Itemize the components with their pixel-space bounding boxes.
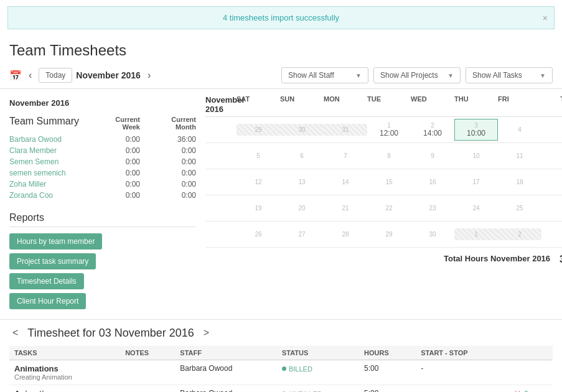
- staff-cell: Barbara Owood: [175, 385, 277, 393]
- cal-day-cell[interactable]: 23: [411, 202, 454, 214]
- cal-day-cell[interactable]: 29: [237, 124, 280, 136]
- cal-day-cell[interactable]: 18: [498, 176, 541, 188]
- cal-day-cell[interactable]: 25: [498, 202, 541, 214]
- th-status: STATUS: [277, 346, 359, 360]
- report-button[interactable]: Hours by team member: [9, 233, 102, 250]
- report-button[interactable]: Project task summary: [9, 253, 96, 269]
- cal-day-cell[interactable]: 30: [280, 124, 324, 136]
- start-stop-cell: -: [416, 360, 508, 385]
- status-cell: UNBILLED: [277, 385, 359, 393]
- report-button[interactable]: Timesheet Details: [9, 273, 84, 289]
- start-stop-cell: -: [416, 385, 508, 393]
- staff-month-val: 0:00: [152, 169, 196, 177]
- cal-day-cell[interactable]: 12: [237, 176, 280, 188]
- next-timesheet-button[interactable]: >: [200, 326, 212, 340]
- toolbar: 📅 ‹ Today November 2016 › Show All Staff…: [0, 62, 562, 89]
- cal-day-cell[interactable]: 11: [498, 150, 541, 162]
- chevron-down-icon: ▼: [447, 72, 454, 79]
- cal-week-total: 0:00: [541, 176, 562, 189]
- cal-day-cell[interactable]: 24: [454, 202, 498, 214]
- success-banner: 4 timesheets import successfully ×: [7, 6, 555, 29]
- cal-day-cell[interactable]: 1: [454, 228, 498, 240]
- status-badge: UNBILLED: [282, 390, 322, 393]
- cal-day-cell[interactable]: 2: [498, 228, 541, 240]
- staff-name[interactable]: Zoranda Coo: [9, 191, 84, 200]
- staff-month-val: 0:00: [152, 180, 196, 189]
- cal-day-cell[interactable]: 8: [367, 150, 411, 162]
- cal-day-cell[interactable]: 31: [324, 124, 367, 136]
- col-mon: MON: [324, 95, 367, 114]
- cal-day-cell[interactable]: 10: [454, 150, 498, 162]
- staff-row: Clara Member 0:00 0:00: [9, 145, 196, 156]
- banner-close[interactable]: ×: [543, 13, 548, 23]
- timesheet-thead: TASKS NOTES STAFF STATUS HOURS START - S…: [9, 346, 553, 360]
- cal-day-cell[interactable]: 214:00: [411, 119, 454, 140]
- cal-day-cell[interactable]: 310:00: [454, 119, 498, 141]
- team-summary-title: Team Summary: [9, 116, 84, 131]
- timesheet-table: TASKS NOTES STAFF STATUS HOURS START - S…: [9, 346, 553, 392]
- cal-day-cell[interactable]: 27: [280, 228, 324, 240]
- report-button[interactable]: Client Hour Report: [9, 293, 86, 309]
- th-actions: [509, 346, 553, 360]
- staff-week-val: 0:00: [96, 135, 140, 144]
- timesheet-nav: < Timesheet for 03 November 2016 >: [9, 326, 553, 340]
- calendar-weeks: 293031112:00214:00310:00436:005678910110…: [205, 117, 562, 248]
- cal-empty-cell: [205, 206, 237, 211]
- staff-row: Barbara Owood 0:00 36:00: [9, 134, 196, 145]
- prev-timesheet-button[interactable]: <: [9, 326, 21, 340]
- show-all-staff-dropdown[interactable]: Show All Staff ▼: [281, 67, 368, 83]
- prev-month-button[interactable]: ‹: [26, 68, 35, 82]
- table-row: Animations Creating Animation Barbara Ow…: [9, 385, 553, 393]
- cal-day-cell[interactable]: 17: [454, 176, 498, 188]
- chevron-down-icon: ▼: [540, 72, 546, 79]
- cal-day-cell[interactable]: 29: [367, 228, 411, 240]
- total-hours-value: 36:00: [560, 254, 562, 265]
- edit-icon[interactable]: ✎: [524, 389, 531, 392]
- staff-week-val: 0:00: [96, 169, 140, 177]
- cal-week-total: 0:00: [541, 202, 562, 215]
- calendar-week-row: 2627282930120:00: [205, 222, 562, 248]
- next-month-button[interactable]: ›: [144, 68, 154, 82]
- cal-day-cell[interactable]: 20: [280, 202, 324, 214]
- toolbar-right: Show All Staff ▼ Show All Projects ▼ Sho…: [281, 67, 553, 83]
- cal-day-cell[interactable]: 22: [367, 202, 411, 214]
- show-all-projects-dropdown[interactable]: Show All Projects ▼: [373, 67, 461, 83]
- cal-day-cell[interactable]: 5: [237, 150, 280, 162]
- cal-day-cell[interactable]: 9: [411, 150, 454, 162]
- month-label: November 2016: [76, 70, 141, 80]
- cal-day-cell[interactable]: 7: [324, 150, 367, 162]
- left-panel: November 2016 Team Summary Current Week …: [9, 95, 196, 313]
- cal-day-cell[interactable]: 6: [280, 150, 324, 162]
- staff-name[interactable]: Semen Semen: [9, 157, 84, 166]
- col-fri: FRI: [498, 95, 541, 114]
- cal-day-cell[interactable]: 26: [237, 228, 280, 240]
- cal-day-cell[interactable]: 15: [367, 176, 411, 188]
- staff-name[interactable]: Clara Member: [9, 146, 84, 155]
- today-button[interactable]: Today: [39, 68, 72, 83]
- cal-month-label: November 2016: [205, 95, 237, 114]
- chevron-down-icon: ▼: [355, 72, 362, 79]
- cal-day-cell[interactable]: 16: [411, 176, 454, 188]
- staff-name[interactable]: Barbara Owood: [9, 135, 84, 144]
- task-cell: Animations Creating Animation: [9, 360, 120, 385]
- calendar-week-row: 293031112:00214:00310:00436:00: [205, 117, 562, 143]
- cal-day-cell[interactable]: 4: [498, 124, 541, 136]
- delete-icon[interactable]: ✕: [514, 389, 521, 392]
- cal-day-cell[interactable]: 14: [324, 176, 367, 188]
- cal-day-cell[interactable]: 13: [280, 176, 324, 188]
- cal-day-cell[interactable]: 28: [324, 228, 367, 240]
- page-title: Team Timesheets: [0, 35, 562, 62]
- main-content: November 2016 Team Summary Current Week …: [0, 89, 562, 319]
- staff-name[interactable]: semen semenich: [9, 169, 84, 177]
- cal-day-cell[interactable]: 112:00: [367, 119, 411, 140]
- task-sub: Creating Animation: [14, 373, 115, 381]
- cal-day-cell[interactable]: 19: [237, 202, 280, 214]
- cal-day-cell[interactable]: 30: [411, 228, 454, 240]
- cal-day-cell[interactable]: 21: [324, 202, 367, 214]
- staff-name[interactable]: Zoha Miller: [9, 180, 84, 189]
- timesheet-body: Animations Creating Animation Barbara Ow…: [9, 360, 553, 393]
- staff-cell: Barbara Owood: [175, 360, 277, 385]
- cal-empty-cell: [205, 128, 237, 133]
- show-all-tasks-dropdown[interactable]: Show All Tasks ▼: [466, 67, 553, 83]
- th-staff: STAFF: [175, 346, 277, 360]
